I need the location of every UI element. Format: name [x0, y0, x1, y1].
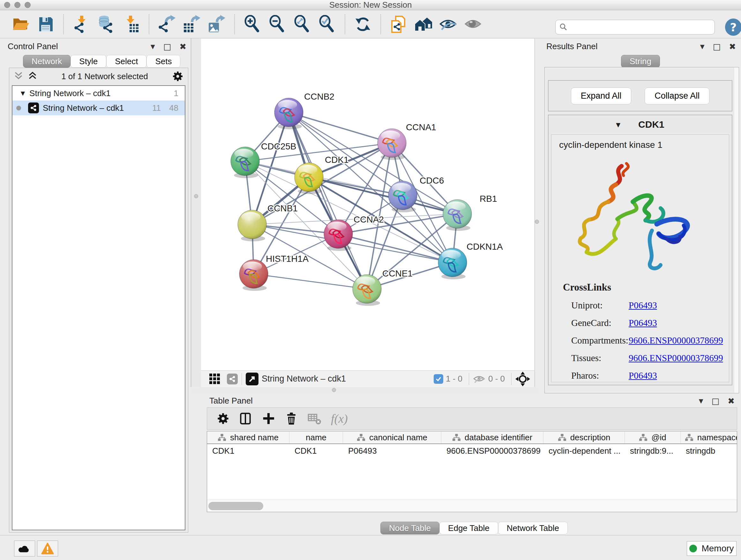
tab-node-table[interactable]: Node Table — [381, 522, 440, 535]
import-network-from-database-button[interactable] — [94, 13, 119, 36]
open-session-button[interactable] — [8, 13, 33, 36]
table-cell[interactable]: cyclin-dependent ... — [543, 446, 625, 456]
table-row[interactable]: CDK1CDK1P064939606.ENSP00000378699cyclin… — [207, 444, 737, 457]
duplicate-network-button[interactable] — [386, 13, 411, 36]
results-scrollbar[interactable] — [734, 67, 739, 393]
table-horizontal-scrollbar[interactable] — [207, 500, 737, 512]
show-all-button[interactable] — [411, 13, 436, 36]
crosslink-link[interactable]: P06493 — [629, 300, 657, 311]
panel-float-icon[interactable]: □ — [163, 42, 172, 51]
collapse-all-button[interactable]: Collapse All — [645, 87, 710, 105]
panel-close-icon[interactable]: ✖ — [179, 42, 186, 51]
refresh-button[interactable] — [350, 13, 375, 36]
export-network-button[interactable] — [154, 13, 179, 36]
collection-disclosure-icon[interactable]: ▼ — [21, 90, 25, 97]
network-edge[interactable] — [289, 112, 392, 143]
network-node-HIST1H1A[interactable] — [239, 260, 268, 291]
column-header-database-identifier[interactable]: database identifier — [441, 431, 543, 443]
tab-network-table[interactable]: Network Table — [498, 522, 568, 535]
grid-view-icon[interactable] — [209, 374, 220, 384]
panel-float-icon[interactable]: □ — [712, 396, 720, 406]
crosslink-link[interactable]: 9606.ENSP00000378699 — [629, 353, 723, 363]
table-cell[interactable]: 9606.ENSP00000378699 — [441, 446, 543, 456]
expand-all-button[interactable]: Expand All — [571, 87, 631, 105]
table-cell[interactable]: stringdb — [681, 446, 737, 456]
tab-string[interactable]: String — [621, 55, 660, 68]
column-header--id[interactable]: @id — [625, 431, 681, 443]
column-header-description[interactable]: description — [543, 431, 625, 443]
node-label-CCNA2: CCNA2 — [354, 214, 384, 225]
zoom-out-icon — [268, 15, 286, 34]
network-node-CDK1[interactable] — [294, 163, 323, 194]
import-network-button[interactable] — [69, 13, 94, 36]
vertical-splitter[interactable] — [191, 38, 201, 387]
help-button[interactable]: ? — [725, 18, 741, 36]
show-hidden-button[interactable] — [461, 13, 486, 36]
table-cell[interactable]: stringdb:9... — [625, 446, 681, 456]
add-row-plus-icon[interactable] — [261, 412, 275, 426]
fit-content-crosshair-icon[interactable] — [515, 372, 530, 386]
panel-menu-icon[interactable]: ▼ — [699, 397, 703, 404]
tab-network[interactable]: Network — [23, 55, 71, 68]
node-disclosure-icon[interactable]: ▼ — [616, 121, 620, 128]
save-session-button[interactable] — [33, 13, 58, 36]
column-header-namespace[interactable]: namespace — [681, 431, 737, 443]
memory-button[interactable]: Memory — [687, 541, 737, 556]
crosslink-link[interactable]: P06493 — [629, 370, 657, 381]
cloud-button[interactable] — [14, 541, 35, 557]
crosslink-link[interactable]: 9606.ENSP00000378699 — [629, 335, 723, 346]
zoom-out-button[interactable] — [265, 13, 290, 36]
tab-select[interactable]: Select — [106, 55, 146, 68]
table-cell[interactable]: CDK1 — [207, 446, 289, 456]
panel-menu-icon[interactable]: ▼ — [700, 43, 704, 50]
warning-button[interactable] — [37, 541, 58, 557]
gear-icon[interactable] — [172, 71, 184, 82]
network-node-CCNA2[interactable] — [324, 220, 353, 251]
expand-all-icon[interactable] — [28, 71, 37, 82]
column-header-name[interactable]: name — [289, 431, 343, 443]
export-table-button[interactable] — [179, 13, 204, 36]
table-cell[interactable]: CDK1 — [289, 446, 343, 456]
panel-close-icon[interactable]: ✖ — [729, 42, 736, 51]
results-splitter-grip[interactable] — [535, 220, 539, 224]
network-row-selected[interactable]: String Network – cdk1 11 48 — [12, 101, 185, 115]
export-image-button[interactable] — [204, 13, 229, 36]
panel-float-icon[interactable]: □ — [713, 42, 721, 51]
detach-view-icon[interactable] — [246, 373, 259, 385]
horizontal-splitter[interactable] — [192, 387, 539, 393]
add-column-icon[interactable] — [239, 412, 253, 426]
scrollbar-thumb[interactable] — [208, 502, 263, 510]
delete-trash-icon[interactable] — [284, 412, 298, 426]
network-node-RB1[interactable] — [443, 199, 472, 231]
tab-edge-table[interactable]: Edge Table — [440, 522, 498, 535]
column-header-shared-name[interactable]: shared name — [207, 431, 289, 443]
zoom-selected-button[interactable] — [315, 13, 340, 36]
network-node-CDKN1A[interactable] — [438, 248, 467, 279]
search-input[interactable] — [568, 22, 708, 32]
crosslink-link[interactable]: P06493 — [629, 318, 657, 328]
table-cell[interactable]: P06493 — [343, 446, 441, 456]
network-node-CCNA1[interactable] — [378, 129, 406, 160]
zoom-fit-button[interactable] — [290, 13, 315, 36]
zoom-in-button[interactable] — [240, 13, 265, 36]
panel-menu-icon[interactable]: ▼ — [151, 43, 155, 50]
network-collection-row[interactable]: ▼ String Network – cdk1 1 — [12, 86, 185, 101]
birds-eye-toggle-icon[interactable] — [227, 374, 238, 384]
table-settings-gear-icon[interactable] — [217, 412, 229, 425]
network-edge[interactable] — [254, 274, 367, 289]
panel-close-icon[interactable]: ✖ — [728, 396, 735, 406]
tab-sets[interactable]: Sets — [146, 55, 180, 68]
network-edge[interactable] — [338, 234, 453, 262]
search-box[interactable] — [555, 20, 715, 35]
selected-checkbox-icon[interactable] — [434, 374, 443, 384]
tab-style[interactable]: Style — [71, 55, 106, 68]
column-header-canonical-name[interactable]: canonical name — [343, 431, 441, 443]
collapse-all-icon[interactable] — [14, 71, 23, 82]
network-canvas[interactable]: CCNB2CCNA1CDC25BCDK1CDC6RB1CCNB1CCNA2CDK… — [201, 39, 535, 370]
import-table-button[interactable] — [119, 13, 144, 36]
network-node-CDC25B[interactable] — [231, 147, 259, 178]
network-node-CCNB1[interactable] — [238, 210, 266, 241]
network-node-CCNB2[interactable] — [274, 98, 303, 129]
network-node-CCNE1[interactable] — [353, 274, 381, 306]
hide-selected-button[interactable] — [436, 13, 461, 36]
